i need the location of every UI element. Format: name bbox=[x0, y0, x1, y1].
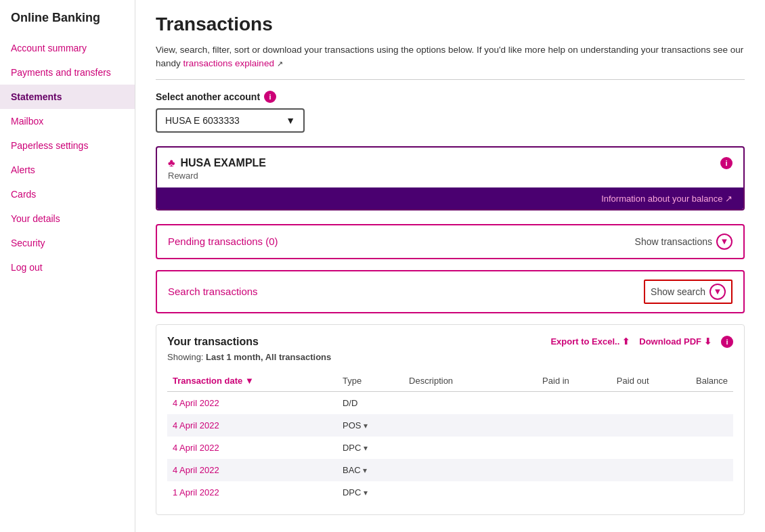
intro-text: View, search, filter, sort or download y… bbox=[156, 43, 745, 71]
external-link-icon-2: ↗ bbox=[725, 194, 733, 204]
sidebar: Online Banking Account summaryPayments a… bbox=[0, 0, 135, 532]
cell-paid-in bbox=[505, 391, 575, 414]
cell-description bbox=[403, 414, 505, 437]
col-description: Description bbox=[403, 370, 505, 392]
show-pending-button[interactable]: Show transactions ▼ bbox=[635, 234, 733, 250]
pending-chevron-icon: ▼ bbox=[716, 234, 733, 250]
balance-link[interactable]: Information about your balance ↗ bbox=[601, 194, 733, 204]
cell-description bbox=[403, 391, 505, 414]
account-name-row: ♣ HUSA EXAMPLE bbox=[168, 157, 266, 169]
leaf-icon: ♣ bbox=[168, 157, 175, 169]
search-title: Search transactions bbox=[168, 286, 258, 297]
pending-panel-header: Pending transactions (0) Show transactio… bbox=[157, 225, 743, 258]
sidebar-item-log-out[interactable]: Log out bbox=[0, 255, 135, 280]
brand-title: Online Banking bbox=[0, 11, 135, 36]
external-link-icon: ↗ bbox=[277, 60, 283, 68]
col-paid-out: Paid out bbox=[575, 370, 655, 392]
transactions-header: Your transactions Export to Excel.. ⬆ Do… bbox=[167, 336, 733, 348]
cell-paid-in bbox=[505, 437, 575, 459]
transactions-info-icon[interactable]: i bbox=[721, 336, 733, 348]
col-date[interactable]: Transaction date ▼ bbox=[167, 370, 337, 392]
table-row: 4 April 2022DPC ▾ bbox=[167, 437, 733, 459]
row-expand-icon[interactable]: ▾ bbox=[363, 466, 367, 475]
sidebar-item-account-summary[interactable]: Account summary bbox=[0, 36, 135, 60]
cell-type: POS ▾ bbox=[337, 414, 403, 437]
cell-balance bbox=[655, 459, 733, 481]
sidebar-item-security[interactable]: Security bbox=[0, 231, 135, 255]
cell-description bbox=[403, 459, 505, 481]
transactions-section: Your transactions Export to Excel.. ⬆ Do… bbox=[156, 324, 745, 515]
download-icon: ⬇ bbox=[704, 336, 712, 347]
account-card-footer: Information about your balance ↗ bbox=[157, 187, 743, 209]
cell-date[interactable]: 4 April 2022 bbox=[167, 391, 337, 414]
cell-paid-out bbox=[575, 391, 655, 414]
page-title: Transactions bbox=[156, 14, 745, 35]
sidebar-item-payments-transfers[interactable]: Payments and transfers bbox=[0, 60, 135, 85]
divider bbox=[156, 79, 745, 80]
sidebar-item-mailbox[interactable]: Mailbox bbox=[0, 109, 135, 133]
cell-type: DPC ▾ bbox=[337, 481, 403, 504]
account-card: ♣ HUSA EXAMPLE Reward i Information abou… bbox=[156, 146, 745, 210]
cell-description bbox=[403, 437, 505, 459]
table-row: 4 April 2022POS ▾ bbox=[167, 414, 733, 437]
table-row: 4 April 2022BAC ▾ bbox=[167, 459, 733, 481]
account-card-header: ♣ HUSA EXAMPLE Reward i bbox=[157, 148, 743, 187]
account-selector-label: Select another account i bbox=[156, 91, 745, 103]
transactions-explained-link[interactable]: transactions explained bbox=[183, 58, 274, 68]
sidebar-item-alerts[interactable]: Alerts bbox=[0, 158, 135, 182]
chevron-down-icon: ▼ bbox=[286, 115, 295, 126]
main-content: Transactions View, search, filter, sort … bbox=[135, 0, 765, 532]
table-row: 4 April 2022D/D bbox=[167, 391, 733, 414]
table-row: 1 April 2022DPC ▾ bbox=[167, 481, 733, 504]
cell-paid-out bbox=[575, 437, 655, 459]
sidebar-item-your-details[interactable]: Your details bbox=[0, 206, 135, 231]
pending-title: Pending transactions (0) bbox=[168, 236, 278, 247]
cell-paid-in bbox=[505, 414, 575, 437]
row-expand-icon[interactable]: ▾ bbox=[364, 421, 368, 430]
download-pdf-button[interactable]: Download PDF ⬇ bbox=[639, 336, 712, 347]
cell-paid-out bbox=[575, 414, 655, 437]
sidebar-item-paperless-settings[interactable]: Paperless settings bbox=[0, 133, 135, 158]
sidebar-item-cards[interactable]: Cards bbox=[0, 182, 135, 206]
show-search-button[interactable]: Show search ▼ bbox=[644, 280, 733, 304]
pending-transactions-panel: Pending transactions (0) Show transactio… bbox=[156, 224, 745, 259]
cell-description bbox=[403, 481, 505, 504]
cell-paid-in bbox=[505, 481, 575, 504]
sidebar-item-statements[interactable]: Statements bbox=[0, 85, 135, 109]
col-paid-in: Paid in bbox=[505, 370, 575, 392]
transactions-actions: Export to Excel.. ⬆ Download PDF ⬇ i bbox=[550, 336, 733, 348]
card-info-icon[interactable]: i bbox=[720, 157, 733, 169]
search-transactions-panel: Search transactions Show search ▼ bbox=[156, 270, 745, 313]
search-chevron-icon: ▼ bbox=[709, 284, 726, 300]
cell-balance bbox=[655, 481, 733, 504]
account-info-icon[interactable]: i bbox=[264, 91, 276, 103]
search-panel-header: Search transactions Show search ▼ bbox=[157, 271, 743, 312]
cell-date[interactable]: 4 April 2022 bbox=[167, 459, 337, 481]
table-header-row: Transaction date ▼ Type Description Paid… bbox=[167, 370, 733, 392]
cell-balance bbox=[655, 391, 733, 414]
cell-date[interactable]: 1 April 2022 bbox=[167, 481, 337, 504]
cell-type: DPC ▾ bbox=[337, 437, 403, 459]
row-expand-icon[interactable]: ▾ bbox=[364, 488, 368, 497]
cell-balance bbox=[655, 414, 733, 437]
cell-date[interactable]: 4 April 2022 bbox=[167, 437, 337, 459]
cell-balance bbox=[655, 437, 733, 459]
cell-paid-out bbox=[575, 459, 655, 481]
col-type: Type bbox=[337, 370, 403, 392]
export-icon: ⬆ bbox=[622, 336, 630, 347]
account-info: ♣ HUSA EXAMPLE Reward bbox=[168, 157, 266, 181]
cell-paid-out bbox=[575, 481, 655, 504]
showing-text: Showing: Last 1 month, All transactions bbox=[167, 352, 733, 362]
cell-paid-in bbox=[505, 459, 575, 481]
col-balance: Balance bbox=[655, 370, 733, 392]
transactions-table: Transaction date ▼ Type Description Paid… bbox=[167, 370, 733, 504]
account-dropdown[interactable]: HUSA E 6033333 ▼ bbox=[156, 108, 305, 133]
cell-date[interactable]: 4 April 2022 bbox=[167, 414, 337, 437]
cell-type: D/D bbox=[337, 391, 403, 414]
cell-type: BAC ▾ bbox=[337, 459, 403, 481]
row-expand-icon[interactable]: ▾ bbox=[364, 443, 368, 453]
transactions-title: Your transactions bbox=[167, 336, 259, 348]
export-excel-button[interactable]: Export to Excel.. ⬆ bbox=[550, 336, 630, 347]
